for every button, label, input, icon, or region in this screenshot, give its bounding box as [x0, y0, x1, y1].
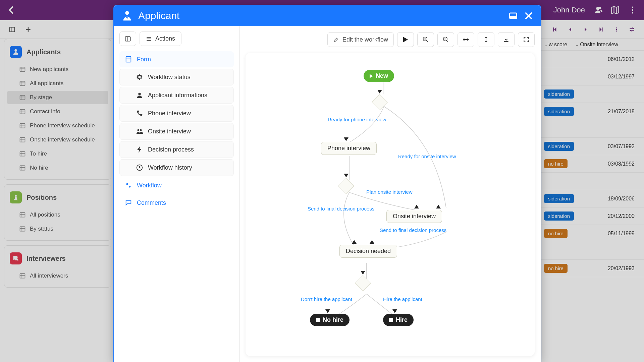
workflow-node-hire[interactable]: Hire — [383, 314, 414, 326]
workflow-node-onsite[interactable]: Onsite interview — [386, 210, 442, 223]
workflow-gateway[interactable] — [338, 178, 354, 194]
edge-label: Send to final decision process — [308, 206, 374, 212]
arrow-icon — [344, 174, 348, 177]
close-icon[interactable] — [524, 11, 533, 20]
workflow-gateway[interactable] — [355, 275, 371, 291]
modal-nav-item[interactable]: Applicant informations — [119, 87, 234, 104]
workflow-node-phone[interactable]: Phone interview — [321, 142, 377, 155]
fullscreen-button[interactable] — [518, 32, 535, 47]
svg-point-30 — [129, 186, 131, 188]
workflow-gateway[interactable] — [372, 94, 388, 110]
fit-horizontal-button[interactable] — [458, 32, 474, 47]
fit-vertical-button[interactable] — [478, 32, 494, 47]
svg-rect-24 — [126, 57, 131, 62]
applicant-modal: Applicant Actions FormWorkflow statusApp… — [113, 5, 541, 362]
actions-button[interactable]: Actions — [140, 32, 181, 46]
arrow-icon — [392, 309, 397, 313]
zoom-in-button[interactable] — [417, 32, 434, 47]
arrow-icon — [436, 205, 441, 208]
zoom-out-button[interactable] — [437, 32, 454, 47]
svg-point-27 — [140, 129, 142, 131]
edit-workflow-button[interactable]: Edit the workflow — [327, 32, 394, 47]
edge-label: Ready for phone interview — [328, 117, 386, 122]
modal-nav-item[interactable]: Form — [119, 51, 234, 67]
arrow-icon — [370, 240, 374, 244]
svg-point-29 — [126, 183, 128, 185]
arrow-icon — [361, 271, 365, 275]
modal-nav-item[interactable]: Decision process — [119, 141, 234, 158]
edge-label: Ready for onsite interview — [398, 154, 456, 159]
modal-nav-item[interactable]: Workflow status — [119, 69, 234, 85]
edge-label: Send to final decision process — [380, 227, 446, 233]
play-button[interactable] — [397, 32, 414, 47]
columns-button[interactable] — [119, 32, 136, 46]
modal-title: Applicant — [138, 10, 179, 21]
workflow-node-nohire[interactable]: No hire — [310, 314, 350, 326]
workflow-node-decision[interactable]: Decision needed — [339, 245, 397, 258]
arrow-icon — [352, 240, 357, 244]
arrow-icon — [344, 137, 348, 141]
modal-nav-item[interactable]: Workflow — [119, 177, 234, 193]
arrow-icon — [325, 309, 330, 313]
modal-nav-item[interactable]: Comments — [119, 195, 234, 211]
arrow-icon — [377, 90, 382, 94]
svg-point-26 — [138, 129, 140, 131]
edge-label: Hire the applicant — [383, 296, 422, 302]
svg-rect-22 — [510, 16, 517, 18]
modal-left-panel: Actions FormWorkflow statusApplicant inf… — [114, 26, 239, 362]
svg-point-20 — [125, 11, 129, 15]
modal-nav-item[interactable]: Phone interview — [119, 105, 234, 122]
workflow-node-new[interactable]: New — [364, 70, 394, 82]
modal-nav-item[interactable]: Onsite interview — [119, 123, 234, 140]
modal-right-panel: Edit the workflow — [239, 26, 541, 362]
download-button[interactable] — [498, 32, 515, 47]
workflow-canvas[interactable]: New Ready for phone interview Ready for … — [246, 53, 535, 356]
minimize-icon[interactable] — [508, 11, 518, 20]
svg-point-25 — [138, 93, 141, 95]
modal-nav-item[interactable]: Workflow history — [119, 159, 234, 176]
modal-header: Applicant — [114, 5, 541, 26]
applicant-header-icon — [121, 10, 133, 21]
edge-label: Plan onsite interview — [366, 189, 413, 195]
edge-label: Don't hire the applicant — [301, 296, 352, 302]
arrow-icon — [414, 205, 419, 208]
